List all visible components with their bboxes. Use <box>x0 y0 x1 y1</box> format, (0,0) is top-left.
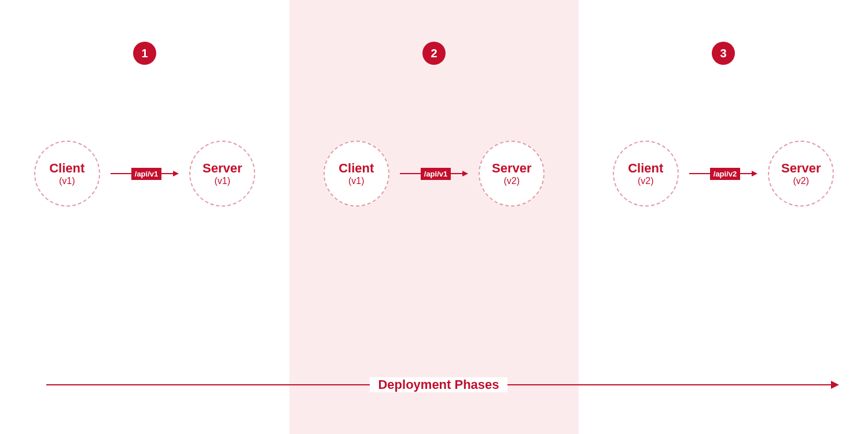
api-path-tag: /api/v2 <box>710 168 740 180</box>
api-arrow: /api/v2 <box>689 168 757 180</box>
phase-badge-2: 2 <box>422 42 446 65</box>
server-version: (v2) <box>793 176 809 186</box>
phase-3: 3 Client (v2) /api/v2 Server (v2) <box>579 0 868 434</box>
server-label: Server <box>492 161 532 176</box>
arrow-right-icon <box>462 171 468 176</box>
client-version: (v1) <box>348 176 365 186</box>
arrow-right-icon <box>752 171 757 176</box>
client-version: (v1) <box>59 176 75 186</box>
phase-1-row: Client (v1) /api/v1 Server (v1) <box>0 139 289 208</box>
phase-1: 1 Client (v1) /api/v1 Server (v1) <box>0 0 289 434</box>
server-label: Server <box>781 161 821 176</box>
phase-badge-1: 1 <box>133 42 156 65</box>
arrow-right-icon <box>173 171 179 176</box>
server-node: Server (v2) <box>768 141 834 207</box>
api-arrow: /api/v1 <box>400 168 468 180</box>
api-path-tag: /api/v1 <box>421 168 451 180</box>
client-label: Client <box>339 161 374 176</box>
phase-3-row: Client (v2) /api/v2 Server (v2) <box>579 139 868 208</box>
diagram-canvas: 1 Client (v1) /api/v1 Server (v1) 2 Clie… <box>0 0 868 434</box>
phase-badge-3: 3 <box>712 42 735 65</box>
client-node: Client (v1) <box>34 141 100 207</box>
client-node: Client (v2) <box>613 141 679 207</box>
phase-2-row: Client (v1) /api/v1 Server (v2) <box>289 139 579 208</box>
server-node: Server (v1) <box>189 141 255 207</box>
client-label: Client <box>49 161 84 176</box>
server-version: (v1) <box>214 176 230 186</box>
deployment-caption: Deployment Phases <box>370 377 507 392</box>
client-version: (v2) <box>638 176 654 186</box>
arrow-right-icon <box>831 381 839 389</box>
server-node: Server (v2) <box>479 141 545 207</box>
api-arrow: /api/v1 <box>111 168 179 180</box>
server-label: Server <box>203 161 242 176</box>
api-path-tag: /api/v1 <box>131 168 161 180</box>
client-node: Client (v1) <box>323 141 389 207</box>
client-label: Client <box>628 161 663 176</box>
phase-2: 2 Client (v1) /api/v1 Server (v2) <box>289 0 579 434</box>
server-version: (v2) <box>503 176 520 186</box>
deployment-timeline: Deployment Phases <box>46 376 839 393</box>
